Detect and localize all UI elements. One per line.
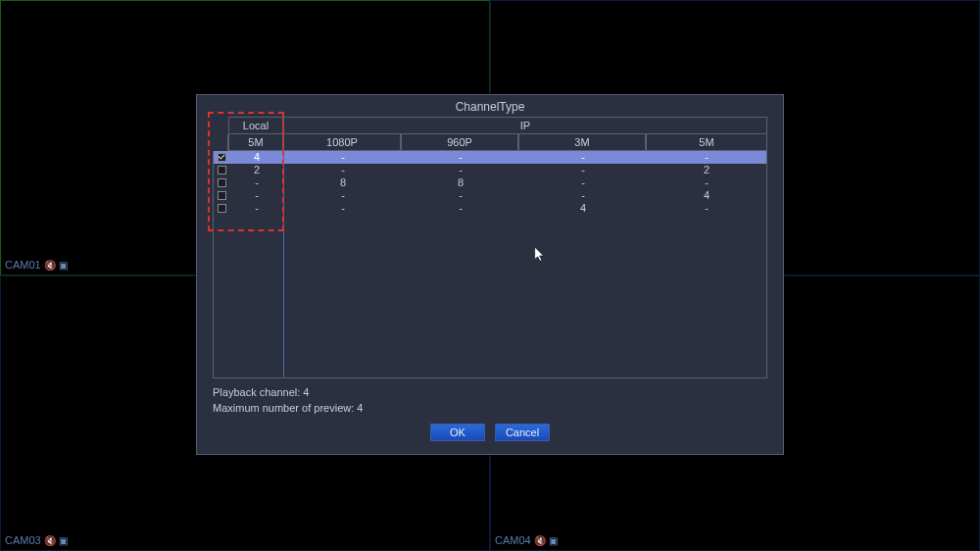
footer-info: Playback channel: 4 Maximum number of pr… <box>213 384 767 416</box>
row-checkbox[interactable] <box>214 178 229 187</box>
column-header-1080p: 1080P <box>283 134 401 151</box>
table-cell: - <box>229 189 284 202</box>
camera-label-1: CAM01 🔇 ▣ <box>5 259 68 271</box>
table-cell: 8 <box>284 176 402 189</box>
table-row[interactable]: 4---- <box>214 151 766 164</box>
column-group-ip: IP <box>283 117 767 134</box>
table-cell: - <box>402 151 519 164</box>
table-cell: - <box>402 164 519 176</box>
column-group-local: Local <box>228 117 283 134</box>
table-cell: - <box>647 176 766 189</box>
camera-icon: ▣ <box>549 535 558 546</box>
table-cell: - <box>284 202 402 215</box>
table-cell: - <box>402 189 519 202</box>
channel-table: Local IP 5M 1080P 960P 3M 5M 4----2---2-… <box>213 117 767 378</box>
table-cell: - <box>284 151 402 164</box>
row-checkbox[interactable] <box>214 204 229 213</box>
playback-channel-text: Playback channel: 4 <box>213 384 767 400</box>
table-cell: - <box>519 164 647 176</box>
audio-icon: 🔇 <box>44 260 56 271</box>
camera-grid: CAM01 🔇 ▣ CAM03 🔇 ▣ CAM04 🔇 ▣ ChannelTyp… <box>0 0 980 551</box>
table-row[interactable]: ----4 <box>214 189 766 202</box>
row-checkbox[interactable] <box>214 166 229 175</box>
channel-type-dialog: ChannelType Local IP 5M 1080P 960P 3M 5M… <box>196 94 784 455</box>
table-cell: 2 <box>229 164 284 176</box>
max-preview-text: Maximum number of preview: 4 <box>213 400 767 416</box>
table-cell: - <box>519 176 647 189</box>
table-row[interactable]: 2---2 <box>214 164 766 176</box>
row-checkbox[interactable] <box>214 153 229 162</box>
table-cell: 2 <box>647 164 766 176</box>
table-cell: - <box>284 164 402 176</box>
dialog-title: ChannelType <box>197 95 783 117</box>
table-cell: - <box>519 151 647 164</box>
table-cell: - <box>647 202 766 215</box>
table-cell: 8 <box>402 176 519 189</box>
column-divider <box>283 151 284 377</box>
table-cell: 4 <box>229 151 284 164</box>
table-cell: - <box>229 176 284 189</box>
table-cell: - <box>402 202 519 215</box>
table-row[interactable]: -88-- <box>214 176 766 189</box>
column-header-ip-5m: 5M <box>646 134 767 151</box>
table-row[interactable]: ---4- <box>214 202 766 215</box>
column-header-3m: 3M <box>518 134 646 151</box>
column-header-local-5m: 5M <box>228 134 283 151</box>
table-cell: 4 <box>647 189 766 202</box>
camera-label-3: CAM03 🔇 ▣ <box>5 534 68 546</box>
ok-button[interactable]: OK <box>430 424 485 441</box>
audio-icon: 🔇 <box>534 535 546 546</box>
table-cell: - <box>519 189 647 202</box>
cancel-button[interactable]: Cancel <box>495 424 550 441</box>
camera-icon: ▣ <box>59 260 68 271</box>
table-cell: - <box>284 189 402 202</box>
camera-icon: ▣ <box>59 535 68 546</box>
table-body: 4----2---2-88------4---4- <box>213 151 767 378</box>
table-cell: 4 <box>519 202 647 215</box>
audio-icon: 🔇 <box>44 535 56 546</box>
column-header-960p: 960P <box>401 134 518 151</box>
row-checkbox[interactable] <box>214 191 229 200</box>
camera-label-4: CAM04 🔇 ▣ <box>495 534 558 546</box>
table-cell: - <box>229 202 284 215</box>
table-cell: - <box>647 151 766 164</box>
